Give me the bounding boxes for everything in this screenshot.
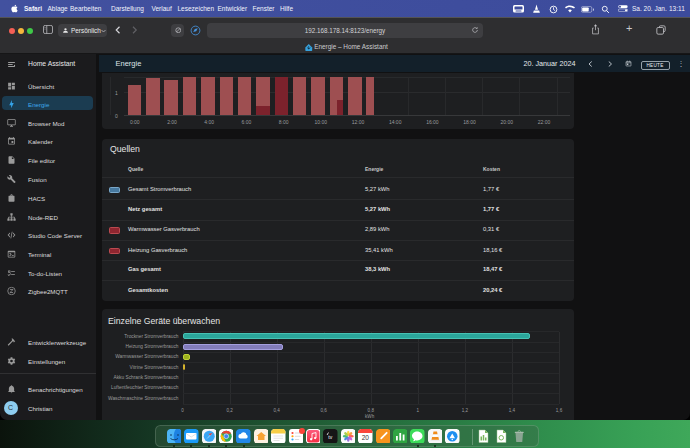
svg-text:tv: tv [329, 433, 333, 439]
svg-text:20: 20 [362, 434, 370, 441]
